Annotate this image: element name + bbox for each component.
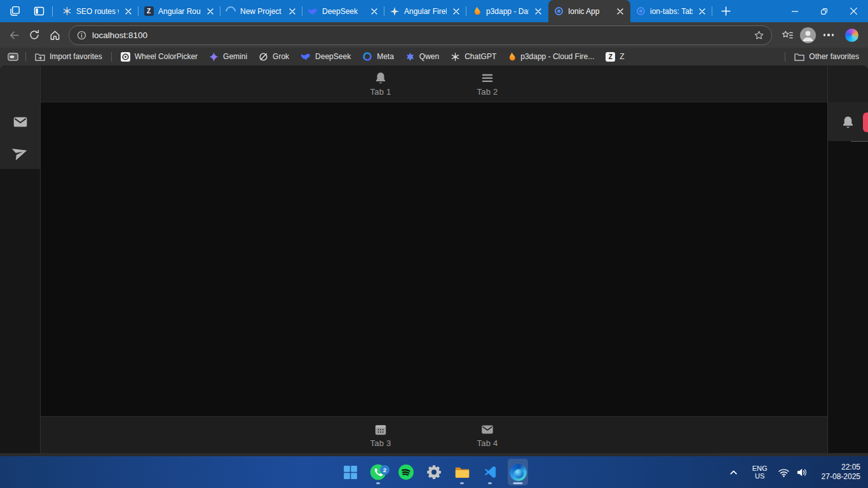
favorite-deepseek[interactable]: DeepSeek bbox=[295, 50, 356, 64]
home-button[interactable] bbox=[44, 25, 65, 44]
send-icon bbox=[10, 142, 31, 163]
import-favorites-button[interactable]: Import favorites bbox=[29, 50, 108, 64]
vertical-tabs-icon[interactable] bbox=[29, 3, 48, 20]
close-tab-icon[interactable] bbox=[205, 6, 215, 17]
favorite-grok[interactable]: Grok bbox=[253, 50, 295, 64]
vscode-button[interactable] bbox=[480, 459, 500, 485]
browser-tab-new-project[interactable]: New Project - bbox=[220, 0, 302, 22]
close-tab-icon[interactable] bbox=[697, 6, 707, 17]
favorite-z[interactable]: Z Z bbox=[600, 50, 630, 64]
favorites-list-icon[interactable] bbox=[777, 25, 797, 44]
browser-tab-p3dapp[interactable]: p3dapp - Dat bbox=[466, 0, 548, 22]
restore-button[interactable] bbox=[810, 0, 839, 22]
favorite-gemini[interactable]: Gemini bbox=[203, 50, 253, 64]
favorite-label: Wheel ColorPicker bbox=[135, 52, 198, 61]
mail-icon bbox=[480, 423, 494, 437]
rail-send-button[interactable] bbox=[9, 141, 32, 164]
language-indicator[interactable]: ENG US bbox=[752, 464, 768, 480]
start-button[interactable] bbox=[340, 459, 360, 485]
site-info-icon[interactable] bbox=[77, 30, 86, 40]
right-rail-header bbox=[828, 65, 868, 102]
browser-toolbar: localhost:8100 bbox=[0, 22, 868, 48]
system-tray: ENG US 22:05 27-08-2025 bbox=[729, 456, 860, 488]
tab-button-tab2[interactable]: Tab 2 bbox=[434, 65, 541, 102]
toolbar-right-group bbox=[777, 25, 868, 44]
firebase-flame-icon bbox=[508, 52, 516, 62]
close-tab-icon[interactable] bbox=[287, 6, 297, 17]
other-favorites-button[interactable]: Other favorites bbox=[789, 50, 868, 64]
clock[interactable]: 22:05 27-08-2025 bbox=[822, 463, 860, 482]
favorite-label: Grok bbox=[273, 52, 289, 61]
deepseek-whale-icon bbox=[308, 6, 318, 17]
tab-label: Tab 3 bbox=[370, 438, 391, 448]
region-code: US bbox=[752, 472, 768, 480]
profile-avatar[interactable] bbox=[800, 27, 816, 43]
qwen-star-icon bbox=[405, 52, 415, 62]
spotify-button[interactable] bbox=[396, 459, 416, 485]
divider bbox=[851, 141, 868, 142]
top-tab-bar: Tab 1 Tab 2 bbox=[41, 65, 827, 102]
browser-tab-seo-routes[interactable]: SEO routes wi bbox=[57, 0, 139, 22]
favorite-wheel-colorpicker[interactable]: Wheel ColorPicker bbox=[115, 50, 203, 64]
collections-sidebar-icon[interactable] bbox=[0, 50, 22, 64]
chatgpt-icon bbox=[451, 52, 460, 62]
file-explorer-button[interactable] bbox=[452, 459, 472, 485]
browser-tab-ionic-app-active[interactable]: Ionic App bbox=[548, 0, 630, 22]
new-tab-button[interactable] bbox=[716, 3, 735, 20]
wifi-icon[interactable] bbox=[778, 467, 790, 478]
browser-tab-deepseek[interactable]: DeepSeek bbox=[302, 0, 384, 22]
close-tab-icon[interactable] bbox=[533, 6, 543, 17]
close-tab-icon[interactable] bbox=[369, 6, 379, 17]
taskbar-center-icons: 2 bbox=[340, 456, 528, 488]
tab-button-tab3[interactable]: Tab 3 bbox=[327, 417, 434, 453]
language-code: ENG bbox=[752, 464, 768, 472]
refresh-button[interactable] bbox=[24, 25, 44, 44]
favorite-meta[interactable]: Meta bbox=[356, 50, 400, 64]
minimize-button[interactable] bbox=[780, 0, 810, 22]
rail-notifications-button[interactable] bbox=[837, 111, 860, 133]
close-tab-icon[interactable] bbox=[451, 6, 461, 17]
gemini-star-icon bbox=[209, 52, 219, 62]
edge-button[interactable] bbox=[508, 459, 528, 485]
tab-button-tab1[interactable]: Tab 1 bbox=[327, 65, 434, 102]
bookmark-star-icon[interactable] bbox=[750, 25, 768, 44]
divider bbox=[111, 52, 112, 62]
back-button[interactable] bbox=[4, 25, 24, 44]
tab-title: New Project - bbox=[240, 7, 283, 16]
browser-tabs: SEO routes wi Z Angular Rout New Project… bbox=[57, 0, 712, 22]
tab-title: Angular Fireb bbox=[404, 7, 447, 16]
address-bar[interactable]: localhost:8100 bbox=[69, 25, 772, 45]
ionic-icon bbox=[553, 6, 564, 17]
settings-button[interactable] bbox=[424, 459, 444, 485]
favorite-label: p3dapp - Cloud Fire... bbox=[520, 52, 594, 61]
copilot-icon[interactable] bbox=[841, 25, 862, 44]
url-text[interactable]: localhost:8100 bbox=[92, 30, 750, 40]
volume-icon[interactable] bbox=[796, 467, 808, 478]
close-window-button[interactable] bbox=[839, 0, 868, 22]
windows-taskbar: 2 bbox=[0, 456, 868, 488]
browser-tab-angular-firebase[interactable]: Angular Fireb bbox=[384, 0, 466, 22]
color-wheel-icon bbox=[121, 52, 130, 62]
browser-tab-ion-tabs-docs[interactable]: ion-tabs: Tab bbox=[630, 0, 712, 22]
favorite-chatgpt[interactable]: ChatGPT bbox=[445, 50, 502, 64]
meta-ring-icon bbox=[362, 51, 372, 62]
ion-tabs-main: Tab 1 Tab 2 Tab 3 bbox=[41, 65, 827, 453]
tab-label: Tab 2 bbox=[477, 87, 498, 97]
tab-button-tab4[interactable]: Tab 4 bbox=[434, 417, 541, 453]
browser-tab-angular-routing[interactable]: Z Angular Rout bbox=[139, 0, 220, 22]
favorite-label: ChatGPT bbox=[465, 52, 496, 61]
close-tab-icon[interactable] bbox=[615, 6, 625, 17]
vscode-icon bbox=[482, 464, 498, 480]
left-rail bbox=[0, 65, 41, 453]
ionic-icon bbox=[635, 6, 646, 17]
close-tab-icon[interactable] bbox=[123, 6, 133, 17]
favorite-label: Z bbox=[620, 52, 624, 61]
tab-activity-icon[interactable] bbox=[5, 3, 24, 20]
folder-icon bbox=[454, 464, 471, 481]
rail-mail-button[interactable] bbox=[9, 111, 32, 133]
more-menu-icon[interactable] bbox=[818, 25, 839, 44]
favorite-p3dapp-firebase[interactable]: p3dapp - Cloud Fire... bbox=[502, 50, 600, 64]
whatsapp-button[interactable]: 2 bbox=[368, 459, 388, 485]
favorite-qwen[interactable]: Qwen bbox=[400, 50, 445, 64]
tray-chevron-icon[interactable] bbox=[729, 468, 738, 477]
